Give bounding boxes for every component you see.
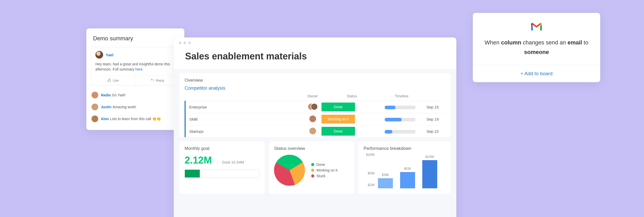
avatar — [95, 51, 103, 59]
post-body: Hey team, had a great and insightful dem… — [91, 60, 179, 75]
window-controls[interactable] — [179, 42, 191, 44]
widget-title: Status overview — [274, 146, 349, 151]
bar-chart: $100K $50K $20K $39K $63K $109K — [364, 155, 445, 188]
date-cell[interactable]: Sep 19 — [420, 113, 445, 125]
page-title: Sales enablement materials — [185, 51, 445, 62]
like-button[interactable]: Like — [91, 76, 136, 85]
legend-dot — [311, 169, 314, 172]
owner-cell[interactable] — [305, 125, 320, 137]
owner-cell[interactable] — [305, 113, 320, 125]
timeline-fill — [385, 118, 402, 121]
table-row[interactable]: SMB Working on it Sep 19 — [185, 113, 445, 125]
reply-label: Reply — [156, 79, 164, 82]
post-author[interactable]: Yael — [106, 53, 113, 57]
timeline-fill — [385, 130, 392, 134]
y-tick: $20K — [368, 183, 375, 187]
widgets-row: Monthly goal 2.12M Goal 10.54M Status ov… — [179, 141, 451, 193]
avatar — [92, 115, 98, 122]
pie-chart — [274, 155, 305, 186]
status-cell[interactable]: Working on it — [320, 113, 384, 125]
bar — [378, 178, 393, 188]
y-tick: $100K — [366, 153, 375, 157]
timeline-cell[interactable] — [384, 125, 420, 137]
row-name[interactable]: SMB — [185, 113, 305, 125]
dash-header: Sales enablement materials — [174, 37, 456, 69]
auto-token-email[interactable]: email — [567, 39, 582, 46]
table-row[interactable]: Startups Done Sep 22 — [185, 125, 445, 137]
summary-link[interactable]: here — [135, 67, 143, 71]
auto-token-someone[interactable]: someone — [524, 49, 549, 55]
group-name[interactable]: Competitor analysis — [185, 86, 445, 91]
goal-progress-bar — [185, 169, 260, 178]
table-header-row: Owner Status Timeline — [185, 92, 445, 101]
owner-cell[interactable] — [305, 101, 320, 113]
automation-body: When column changes send an email to som… — [473, 13, 600, 65]
status-overview-widget: Status overview Done Working on it Stuck — [269, 141, 354, 193]
bar-value-label: $39K — [382, 173, 389, 177]
y-axis: $100K $50K $20K — [364, 155, 376, 188]
col-timeline: Timeline — [384, 92, 420, 101]
overview-table: Owner Status Timeline Enterprise Done Se… — [185, 92, 445, 137]
legend-item: Working on it — [311, 168, 337, 172]
goal-progress-fill — [185, 170, 200, 177]
legend-item: Stuck — [311, 174, 337, 178]
widget-title: Performance breakdown — [364, 146, 445, 151]
comment-item: Alon Lots to learn from this call 👏👏 — [92, 113, 179, 125]
auto-text-part: When — [485, 39, 501, 46]
table-row[interactable]: Enterprise Done Sep 15 — [185, 101, 445, 113]
legend-dot — [311, 174, 314, 177]
demo-title: Demo summary — [86, 28, 184, 47]
status-badge: Working on it — [321, 115, 355, 123]
comment-author[interactable]: Alon — [101, 117, 109, 121]
comment-item: Nadia Go Yael! — [92, 89, 179, 101]
timeline-fill — [385, 106, 395, 109]
legend-label: Stuck — [316, 174, 325, 178]
automation-text: When column changes send an email to som… — [482, 38, 591, 57]
avatar — [92, 92, 98, 98]
bar — [422, 160, 437, 188]
legend-dot — [311, 163, 314, 166]
reply-button[interactable]: Reply — [136, 76, 180, 85]
timeline-cell[interactable] — [384, 101, 420, 113]
comment-author[interactable]: Nadia — [101, 93, 111, 97]
avatar — [309, 128, 316, 134]
status-badge: Done — [321, 103, 355, 111]
timeline-cell[interactable] — [384, 113, 420, 125]
reply-icon — [151, 78, 154, 83]
avatar — [92, 104, 98, 110]
legend-label: Working on it — [316, 168, 337, 172]
bar-value-label: $109K — [425, 155, 434, 159]
comment-author[interactable]: Justin — [101, 105, 111, 109]
demo-post: Yael Hey team, had a great and insightfu… — [91, 47, 180, 86]
add-to-board-button[interactable]: + Add to board — [521, 71, 552, 76]
status-cell[interactable]: Done — [320, 125, 384, 137]
bar-item: $39K — [378, 173, 393, 188]
comment-text: Amazing work! — [113, 105, 136, 109]
row-name[interactable]: Enterprise — [185, 101, 305, 113]
col-owner: Owner — [305, 92, 320, 101]
auto-text-part: to — [582, 39, 588, 46]
automation-footer: + Add to board — [473, 65, 600, 82]
legend-label: Done — [316, 162, 325, 167]
overview-widget: Overview Competitor analysis Owner Statu… — [179, 73, 451, 137]
date-cell[interactable]: Sep 22 — [420, 125, 445, 137]
avatar — [309, 115, 316, 122]
gmail-icon — [531, 22, 542, 33]
comment-text: Go Yael! — [112, 93, 126, 97]
monthly-goal-widget: Monthly goal 2.12M Goal 10.54M — [179, 141, 265, 193]
auto-text-part: changes send an — [521, 39, 568, 46]
like-label: Like — [113, 79, 119, 82]
bar-item: $63K — [400, 167, 415, 188]
avatar — [311, 103, 318, 110]
auto-token-column[interactable]: column — [501, 39, 521, 46]
comment-item: Justin Amazing work! — [92, 101, 179, 113]
status-cell[interactable]: Done — [320, 101, 384, 113]
post-text-suffix: . — [143, 67, 144, 71]
row-name[interactable]: Startups — [185, 125, 305, 137]
performance-widget: Performance breakdown $100K $50K $20K $3… — [358, 141, 451, 193]
pie-legend: Done Working on it Stuck — [311, 161, 337, 180]
date-cell[interactable]: Sep 15 — [420, 101, 445, 113]
status-badge: Done — [321, 127, 355, 136]
post-header: Yael — [91, 47, 179, 60]
y-tick: $50K — [368, 172, 375, 175]
